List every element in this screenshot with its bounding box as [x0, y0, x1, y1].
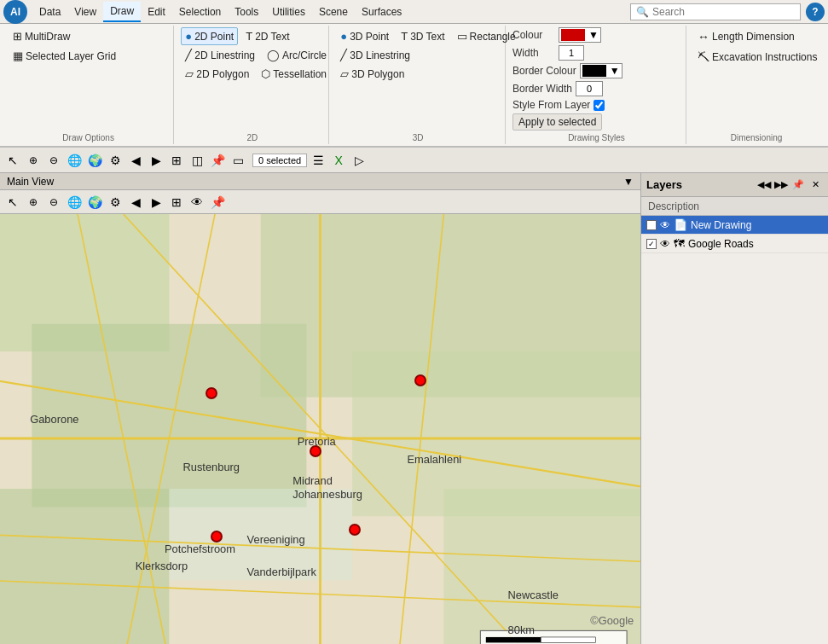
style-from-layer-label: Style From Layer	[512, 99, 590, 111]
svg-text:©Google: ©Google	[590, 614, 634, 627]
settings-button[interactable]: ⚙	[106, 151, 124, 170]
draw-options-title: Draw Options	[3, 133, 173, 142]
pin-button[interactable]: 📌	[208, 151, 227, 170]
tessellation-button[interactable]: ⬡ Tessellation	[257, 65, 331, 83]
layers-close-button[interactable]: ✕	[808, 177, 823, 193]
arc-circle-button[interactable]: ◯ Arc/Circle	[263, 46, 331, 64]
menu-view[interactable]: View	[67, 3, 103, 21]
2d-linestring-button[interactable]: ╱ 2D Linestring	[181, 46, 259, 64]
map-viewport[interactable]: Gaborone Rustenburg Johannesburg Pretori…	[0, 214, 640, 644]
search-input[interactable]	[652, 6, 795, 18]
map-marker-2	[414, 374, 426, 386]
border-width-input[interactable]	[576, 81, 603, 96]
layers-back-button[interactable]: ◀◀	[756, 177, 772, 193]
layers-toggle-button[interactable]: ◫	[188, 151, 206, 170]
layer-checkbox-new-drawing[interactable]: ✓	[646, 220, 657, 230]
left-nav-button[interactable]: ◀	[126, 151, 145, 170]
map-marker-5	[211, 531, 223, 542]
map-left-button[interactable]: ◀	[126, 193, 145, 212]
multidraw-button[interactable]: ⊞ MultiDraw	[9, 27, 74, 45]
misc-button[interactable]: ▭	[229, 151, 247, 170]
layers-forward-button[interactable]: ▶▶	[773, 177, 789, 193]
2d-polygon-button[interactable]: ▱ 2D Polygon	[181, 65, 253, 83]
zoom-out-button[interactable]: ⊖	[44, 151, 63, 170]
map-grid-button[interactable]: ⊞	[167, 193, 186, 212]
menu-surfaces[interactable]: Surfaces	[355, 3, 408, 21]
map-zoom-out-button[interactable]: ⊖	[44, 193, 63, 212]
layer-item-new-drawing[interactable]: ✓ 👁 📄 New Drawing	[641, 216, 828, 235]
svg-text:Midrand: Midrand	[292, 474, 333, 487]
2d-row2: ╱ 2D Linestring ◯ Arc/Circle	[181, 46, 331, 64]
help-button[interactable]: ?	[806, 3, 825, 21]
map-panel: Main View ▼ ↖ ⊕ ⊖ 🌐 🌍 ⚙ ◀ ▶ ⊞ 👁 📌	[0, 173, 640, 644]
table-view-button[interactable]: ☰	[309, 151, 327, 170]
menu-draw[interactable]: Draw	[103, 2, 141, 22]
layers-header: Layers ◀◀ ▶▶ 📌 ✕	[641, 173, 828, 197]
drawing-styles-content: Colour ▼ Width Border Colour ▼	[512, 27, 680, 142]
3d-linestring-button[interactable]: ╱ 3D Linestring	[336, 46, 414, 64]
border-width-label: Border Width	[512, 83, 572, 95]
3d-row3: ▱ 3D Polygon	[336, 65, 408, 83]
border-colour-dropdown[interactable]: ▼	[580, 63, 622, 78]
svg-text:Gaborone: Gaborone	[30, 413, 78, 426]
3d-polygon-button[interactable]: ▱ 3D Polygon	[336, 65, 408, 83]
right-nav-button[interactable]: ▶	[147, 151, 165, 170]
menu-scene[interactable]: Scene	[312, 3, 355, 21]
menu-selection[interactable]: Selection	[172, 3, 228, 21]
svg-text:Vereeniging: Vereeniging	[247, 533, 305, 546]
svg-text:Johannesburg: Johannesburg	[292, 488, 362, 501]
multidraw-icon: ⊞	[13, 30, 22, 43]
menu-data[interactable]: Data	[32, 3, 67, 21]
3d-point-button[interactable]: ● 3D Point	[336, 27, 393, 45]
toolbar: ↖ ⊕ ⊖ 🌐 🌍 ⚙ ◀ ▶ ⊞ ◫ 📌 ▭ 0 selected ☰ X ▷	[0, 148, 828, 173]
3d-text-button[interactable]: T 3D Text	[397, 27, 449, 45]
svg-rect-30	[541, 637, 595, 642]
layer-item-google-roads[interactable]: ✓ 👁 🗺 Google Roads	[641, 235, 828, 253]
map-zoom-in-button[interactable]: ⊕	[24, 193, 43, 212]
width-row: Width	[512, 45, 674, 61]
menu-tools[interactable]: Tools	[228, 3, 265, 21]
map-settings-button[interactable]: ⚙	[106, 193, 124, 212]
search-box[interactable]: 🔍	[630, 3, 801, 20]
svg-text:Rustenburg: Rustenburg	[182, 461, 240, 473]
map-marker-1	[206, 387, 217, 399]
globe-button[interactable]: 🌐	[65, 151, 84, 170]
eye-icon-new-drawing[interactable]: 👁	[660, 219, 670, 231]
width-input[interactable]	[559, 45, 584, 61]
map-arrow-button[interactable]: ↖	[3, 193, 22, 212]
extra-tool-button[interactable]: ▷	[350, 151, 368, 170]
map-globe2-button[interactable]: 🌍	[85, 193, 104, 212]
export-button[interactable]: X	[329, 151, 348, 170]
map-globe-button[interactable]: 🌐	[65, 193, 84, 212]
globe2-button[interactable]: 🌍	[85, 151, 104, 170]
selected-layer-grid-button[interactable]: ▦ Selected Layer Grid	[9, 47, 120, 65]
svg-text:Klerksdorp: Klerksdorp	[136, 560, 188, 572]
colour-dropdown[interactable]: ▼	[559, 27, 601, 43]
ribbon-group-2d: ● 2D Point T 2D Text ╱ 2D Linestring ◯	[176, 26, 329, 144]
map-right-button[interactable]: ▶	[147, 193, 165, 212]
layer-checkbox-google-roads[interactable]: ✓	[646, 239, 657, 249]
zoom-in-button[interactable]: ⊕	[24, 151, 43, 170]
grid-view-button[interactable]: ⊞	[167, 151, 186, 170]
2d-point-button[interactable]: ● 2D Point	[181, 27, 238, 45]
menu-edit[interactable]: Edit	[141, 3, 172, 21]
excavation-instructions-button[interactable]: ⛏ Excavation Instructions	[693, 48, 819, 67]
map-title: Main View	[7, 176, 54, 188]
border-colour-swatch	[582, 65, 606, 77]
style-from-layer-checkbox[interactable]	[593, 100, 605, 111]
length-dimension-button[interactable]: ↔ Length Dimension	[693, 27, 819, 46]
apply-selected-button[interactable]: Apply to selected	[512, 113, 602, 131]
2d-text-button[interactable]: T 2D Text	[241, 27, 293, 45]
eye-icon-google-roads[interactable]: 👁	[660, 238, 670, 250]
select-tool-button[interactable]: ↖	[3, 151, 22, 170]
map-eye-button[interactable]: 👁	[188, 193, 206, 212]
layers-description-header: Description	[641, 197, 828, 216]
layer-name-google-roads: Google Roads	[688, 238, 754, 250]
3d-row2: ╱ 3D Linestring	[336, 46, 414, 64]
svg-text:Emalahleni: Emalahleni	[407, 453, 461, 466]
layers-pin-button[interactable]: 📌	[790, 177, 806, 193]
layers-panel: Layers ◀◀ ▶▶ 📌 ✕ Description ✓ 👁 📄 New D…	[640, 173, 828, 644]
menu-utilities[interactable]: Utilities	[265, 3, 312, 21]
drawing-styles-title: Drawing Styles	[507, 133, 686, 142]
map-pin-button[interactable]: 📌	[208, 193, 227, 212]
